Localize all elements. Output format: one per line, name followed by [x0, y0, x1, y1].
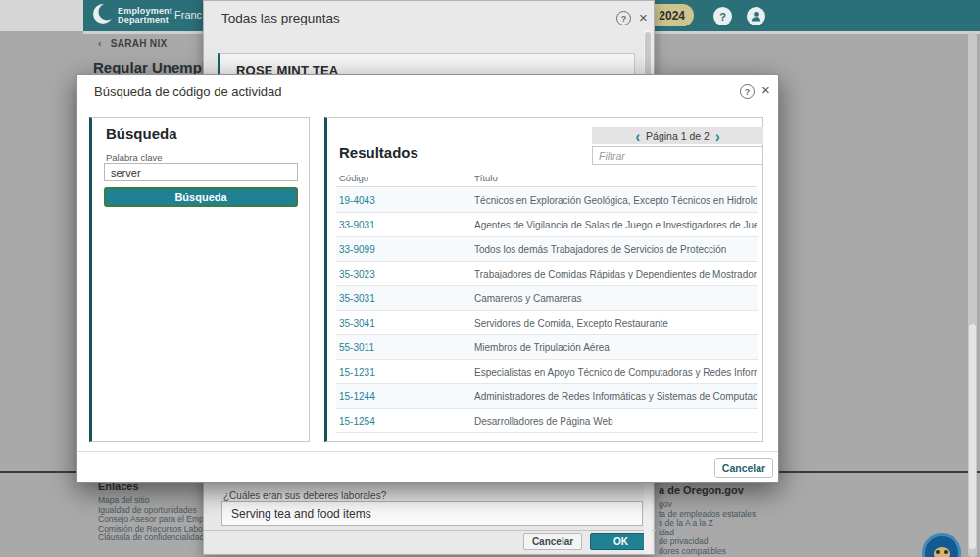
row-code: 55-3011 — [339, 342, 374, 353]
next-page-icon[interactable]: › — [715, 127, 720, 143]
chatbot-owl-button[interactable] — [922, 533, 961, 557]
language-link[interactable]: Franc — [174, 9, 202, 21]
row-title: Miembros de Tripulación Aérea — [474, 342, 757, 353]
table-row[interactable]: 15-1231 Especialistas en Apoyo Técnico d… — [336, 360, 758, 384]
table-row[interactable]: 55-3011 Miembros de Tripulación Aérea — [336, 335, 758, 360]
filter-input[interactable]: Filtrar — [592, 146, 763, 165]
dialog-help-icon[interactable]: ? — [616, 11, 631, 25]
row-code: 35-3041 — [339, 318, 375, 329]
results-panel: ‹ Página 1 de 2 › Filtrar Resultados Cód… — [324, 117, 763, 442]
search-panel: Búsqueda Palabra clave server Búsqueda — [89, 117, 310, 442]
modal-title: Búsqueda de código de actividad — [94, 84, 282, 99]
header-help-icon[interactable]: ? — [713, 7, 732, 25]
row-code: 15-1231 — [339, 367, 375, 378]
row-title: Técnicos en Exploración Geológica, Excep… — [474, 195, 757, 206]
duties-question-label: ¿Cuáles eran sus deberes laborales? — [223, 490, 386, 501]
column-title: Título — [474, 173, 498, 183]
all-questions-title: Todas las preguntas — [221, 11, 340, 25]
activity-code-search-modal: Búsqueda de código de actividad ? × Búsq… — [76, 74, 779, 483]
page-scrollbar-thumb[interactable] — [969, 324, 976, 549]
footer-oregon-section: a de Oregon.gov gov ta de empleados esta… — [659, 484, 913, 557]
keyword-input[interactable]: server — [104, 163, 298, 181]
footer-oregon-heading: a de Oregon.gov — [659, 484, 913, 496]
row-code: 19-4043 — [339, 195, 375, 206]
row-title: Administradores de Redes Informáticas y … — [474, 391, 757, 402]
row-title: Trabajadores de Comidas Rápidas y Depend… — [474, 269, 757, 279]
keyword-label: Palabra clave — [106, 152, 163, 163]
screen: Employment Department Franc 2024 ? ‹ SAR… — [0, 0, 980, 557]
row-code: 35-3023 — [339, 269, 375, 279]
header-account-icon[interactable] — [747, 7, 765, 25]
footer-oregon-link-6[interactable]: dores compatibles — [659, 547, 913, 557]
owl-icon — [934, 547, 950, 557]
modal-cancel-button[interactable]: Cancelar — [714, 458, 773, 478]
duties-answer-input[interactable]: Serving tea and food items — [221, 501, 643, 526]
pagination: ‹ Página 1 de 2 › — [592, 127, 763, 144]
row-title: Todos los demás Trabajadores de Servicio… — [474, 244, 757, 255]
row-code: 33-9031 — [339, 220, 375, 230]
table-row[interactable]: 35-3041 Servidores de Comida, Excepto Re… — [336, 311, 758, 335]
results-table-body: 19-4043 Técnicos en Exploración Geológic… — [336, 188, 758, 433]
table-row[interactable]: 19-4043 Técnicos en Exploración Geológic… — [336, 188, 758, 213]
dialog-footer-divider — [204, 530, 656, 531]
breadcrumb-name: SARAH NIX — [111, 38, 168, 49]
table-row[interactable]: 15-1244 Administradores de Redes Informá… — [336, 384, 758, 409]
pagination-label: Página 1 de 2 — [646, 130, 710, 142]
row-code: 15-1254 — [339, 416, 375, 427]
row-title: Desarrolladores de Página Web — [474, 416, 757, 427]
person-icon — [751, 11, 761, 22]
row-title: Camareros y Camareras — [474, 293, 757, 304]
table-row[interactable]: 33-9099 Todos los demás Trabajadores de … — [336, 237, 758, 262]
row-code: 15-1244 — [339, 391, 375, 402]
dialog-cancel-button[interactable]: Cancelar — [523, 533, 582, 550]
search-button[interactable]: Búsqueda — [104, 187, 298, 207]
crescent-logo-icon — [92, 1, 114, 30]
dialog-close-icon[interactable]: × — [639, 10, 648, 25]
header-left-gutter — [0, 0, 83, 31]
table-row[interactable]: 35-3023 Trabajadores de Comidas Rápidas … — [336, 262, 758, 286]
table-row[interactable]: 35-3031 Camareros y Camareras — [336, 286, 758, 311]
breadcrumb[interactable]: ‹ SARAH NIX — [98, 38, 167, 49]
row-title: Agentes de Vigilancia de Salas de Juego … — [474, 220, 757, 230]
results-heading: Resultados — [339, 144, 418, 161]
results-table-header: Código Título — [336, 173, 756, 187]
modal-help-icon[interactable]: ? — [740, 84, 755, 99]
modal-footer-divider — [77, 451, 778, 452]
back-chevron-icon: ‹ — [98, 38, 102, 49]
prev-page-icon[interactable]: ‹ — [635, 127, 640, 143]
footer-oregon-link-3[interactable]: s de la A a la Z — [659, 519, 913, 529]
row-title: Especialistas en Apoyo Técnico de Comput… — [474, 367, 757, 378]
modal-close-icon[interactable]: × — [761, 82, 770, 97]
column-code: Código — [339, 173, 368, 183]
page-scrollbar[interactable] — [968, 33, 977, 557]
dialog-ok-button[interactable]: OK — [590, 533, 652, 550]
row-code: 33-9099 — [339, 244, 375, 255]
logo-text: Employment Department — [118, 7, 172, 25]
row-code: 35-3031 — [339, 293, 375, 304]
table-row[interactable]: 33-9031 Agentes de Vigilancia de Salas d… — [336, 213, 758, 237]
search-heading: Búsqueda — [106, 126, 177, 142]
row-title: Servidores de Comida, Excepto Restaurant… — [474, 318, 757, 329]
table-row[interactable]: 15-1254 Desarrolladores de Página Web — [336, 409, 758, 433]
